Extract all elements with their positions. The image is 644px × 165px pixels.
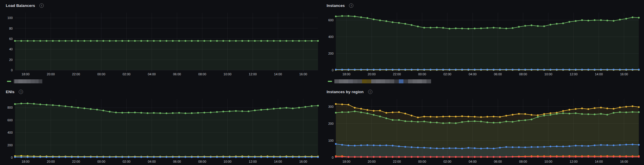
series-point xyxy=(373,156,375,158)
series-point xyxy=(354,69,356,70)
series-point xyxy=(543,156,545,158)
info-icon[interactable]: i xyxy=(368,90,372,94)
series-point xyxy=(147,40,148,42)
x-axis-label: 18:00 xyxy=(22,160,30,163)
series-point xyxy=(348,145,349,146)
panel-title[interactable]: Instances by region xyxy=(327,90,364,94)
series-point xyxy=(512,114,513,116)
series-point xyxy=(531,24,532,26)
series-point xyxy=(480,69,482,70)
series-point xyxy=(348,69,349,70)
series-point xyxy=(128,156,129,158)
series-point xyxy=(600,144,602,146)
redaction-block xyxy=(18,79,22,83)
series-point xyxy=(153,112,155,114)
series-point xyxy=(90,156,92,158)
series-point xyxy=(109,111,110,113)
series-point xyxy=(588,113,589,115)
info-icon[interactable]: i xyxy=(349,3,353,8)
legend-label-redacted[interactable] xyxy=(334,79,431,83)
series-point xyxy=(543,69,545,70)
series-point xyxy=(518,146,520,148)
series-point xyxy=(531,119,532,120)
x-axis-label: 20:00 xyxy=(368,72,376,76)
series-point xyxy=(386,117,387,119)
series-point xyxy=(386,156,387,158)
series-point xyxy=(442,147,444,149)
series-fill xyxy=(336,16,639,70)
x-axis-label: 06:00 xyxy=(494,72,502,76)
series-point xyxy=(430,27,431,28)
series-point xyxy=(625,112,627,113)
x-axis-label: 20:00 xyxy=(47,72,55,76)
series-point xyxy=(115,40,117,42)
redaction-block xyxy=(35,79,39,83)
series-point xyxy=(632,144,633,145)
series-point xyxy=(487,69,488,70)
series-point xyxy=(512,146,513,148)
series-point xyxy=(613,108,614,110)
series-point xyxy=(474,120,476,122)
series-point xyxy=(298,40,300,42)
legend[interactable] xyxy=(2,78,321,85)
panel-header: ENIs i xyxy=(2,87,321,96)
series-point xyxy=(562,146,564,147)
series-point xyxy=(613,112,614,114)
series-point xyxy=(474,147,476,149)
series-point xyxy=(632,69,633,70)
series-point xyxy=(455,156,457,158)
legend-label-redacted[interactable] xyxy=(14,79,42,83)
series-point xyxy=(543,115,545,116)
series-point xyxy=(386,112,387,114)
series-point xyxy=(14,103,16,105)
series-point xyxy=(147,112,148,114)
x-axis-label: 18:00 xyxy=(342,72,350,76)
info-icon[interactable]: i xyxy=(39,3,44,8)
series-point xyxy=(348,111,349,113)
x-axis-label: 12:00 xyxy=(570,72,578,76)
series-point xyxy=(222,156,224,158)
series-point xyxy=(273,156,275,158)
series-point xyxy=(404,69,406,70)
series-point xyxy=(581,69,583,70)
series-point xyxy=(203,40,205,42)
series-point xyxy=(581,156,583,158)
panel-title[interactable]: ENIs xyxy=(6,90,14,94)
x-axis-label: 16:00 xyxy=(620,72,628,76)
panel-title[interactable]: Load Balancers xyxy=(6,3,35,8)
series-point xyxy=(588,156,589,158)
series-point xyxy=(531,156,532,158)
series-point xyxy=(241,40,243,42)
series-point xyxy=(468,120,469,122)
series-point xyxy=(430,116,431,118)
panel-title[interactable]: Instances xyxy=(327,3,345,8)
series-point xyxy=(638,17,640,18)
legend-marker[interactable] xyxy=(7,81,11,82)
series-point xyxy=(537,25,539,27)
series-point xyxy=(417,147,419,148)
series-point xyxy=(20,103,22,104)
series-point xyxy=(115,112,117,113)
series-point xyxy=(581,145,583,147)
series-point xyxy=(292,40,294,42)
series-point xyxy=(518,69,520,70)
timeseries-chart[interactable]: 020040060080018:0020:0022:0000:0002:0004… xyxy=(2,96,321,165)
timeseries-chart[interactable]: 020040060018:0020:0022:0000:0002:0004:00… xyxy=(323,10,642,78)
series-point xyxy=(166,156,167,158)
legend[interactable] xyxy=(323,78,642,85)
series-point xyxy=(184,40,186,42)
series-point xyxy=(505,115,507,117)
series-point xyxy=(335,103,337,105)
info-icon[interactable]: i xyxy=(19,90,23,94)
x-axis-label: 22:00 xyxy=(393,72,401,76)
timeseries-chart[interactable]: 010020030018:0020:0022:0000:0002:0004:00… xyxy=(323,96,642,165)
y-axis-label: 300 xyxy=(328,105,334,108)
series-point xyxy=(619,111,621,113)
legend-marker[interactable] xyxy=(328,81,332,82)
series-point xyxy=(613,156,614,158)
series-point xyxy=(386,69,387,70)
timeseries-chart[interactable]: 02040608010018:0020:0022:0000:0002:0004:… xyxy=(2,10,321,78)
series-point xyxy=(436,27,438,28)
series-point xyxy=(14,156,16,158)
series-point xyxy=(442,156,444,158)
